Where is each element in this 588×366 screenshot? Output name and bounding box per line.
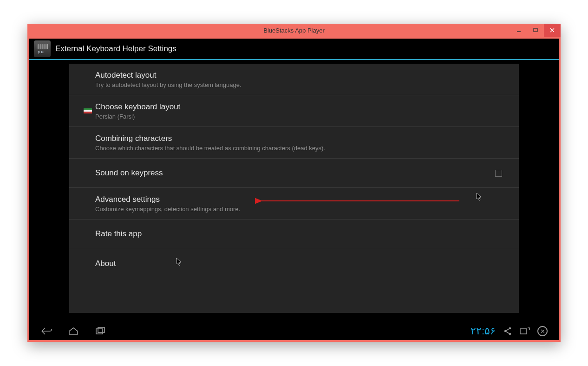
back-icon[interactable] <box>40 326 52 336</box>
window-title: BlueStacks App Player <box>263 27 325 34</box>
window-controls <box>510 24 561 37</box>
app-icon: ⚲ ⇆ <box>34 40 51 57</box>
setting-title: Autodetect layout <box>95 70 508 80</box>
svg-text:⚲ ⇆: ⚲ ⇆ <box>38 51 44 54</box>
close-button[interactable] <box>544 24 561 37</box>
svg-point-9 <box>509 327 511 329</box>
home-icon[interactable] <box>67 326 79 336</box>
setting-sound-on-keypress[interactable]: Sound on keypress <box>69 159 519 188</box>
setting-advanced-settings[interactable]: Advanced settings Customize keymappings,… <box>69 188 519 220</box>
setting-subtitle: Try to autodetect layout by using the sy… <box>95 81 508 88</box>
app-window: BlueStacks App Player ⚲ ⇆ External Keybo… <box>27 24 561 342</box>
maximize-button[interactable] <box>527 24 544 37</box>
svg-rect-1 <box>534 28 537 32</box>
setting-choose-keyboard-layout[interactable]: Choose keyboard layout Persian (Farsi) <box>69 95 519 127</box>
setting-title: Rate this app <box>95 229 508 239</box>
setting-autodetect-layout[interactable]: Autodetect layout Try to autodetect layo… <box>69 64 519 95</box>
setting-title: About <box>95 259 508 269</box>
svg-point-10 <box>509 333 511 335</box>
sound-checkbox[interactable] <box>495 170 502 177</box>
setting-title: Combining characters <box>95 133 508 144</box>
svg-rect-13 <box>520 329 527 334</box>
settings-panel: Autodetect layout Try to autodetect layo… <box>69 64 519 313</box>
client-area: ⚲ ⇆ External Keyboard Helper Settings Au… <box>27 37 561 342</box>
fullscreen-icon[interactable] <box>520 326 530 336</box>
clock: ۲۲:۵۶ <box>470 325 496 337</box>
svg-line-12 <box>506 332 509 333</box>
navigation-bar: ۲۲:۵۶ ✕ <box>29 322 559 340</box>
layout-flag-icon <box>80 108 95 113</box>
app-title: External Keyboard Helper Settings <box>55 44 176 53</box>
recent-apps-icon[interactable] <box>94 326 106 336</box>
svg-rect-7 <box>98 327 105 333</box>
iran-flag-icon <box>84 108 92 113</box>
setting-title: Choose keyboard layout <box>95 102 508 112</box>
setting-about[interactable]: About <box>69 249 519 278</box>
titlebar: BlueStacks App Player <box>27 24 561 37</box>
setting-subtitle: Persian (Farsi) <box>95 113 508 120</box>
setting-title: Advanced settings <box>95 194 508 205</box>
setting-rate-this-app[interactable]: Rate this app <box>69 220 519 249</box>
svg-line-11 <box>506 329 509 331</box>
setting-subtitle: Customize keymappings, detection setting… <box>95 206 508 213</box>
setting-subtitle: Choose which characters that should be t… <box>95 145 508 152</box>
app-header: ⚲ ⇆ External Keyboard Helper Settings <box>29 39 559 60</box>
setting-combining-characters[interactable]: Combining characters Choose which charac… <box>69 127 519 159</box>
minimize-button[interactable] <box>510 24 527 37</box>
share-icon[interactable] <box>503 326 512 336</box>
content-area: Autodetect layout Try to autodetect layo… <box>29 60 559 322</box>
svg-rect-6 <box>96 329 103 334</box>
android-frame: ⚲ ⇆ External Keyboard Helper Settings Au… <box>29 39 559 340</box>
setting-title: Sound on keypress <box>95 168 489 178</box>
close-app-icon[interactable]: ✕ <box>537 326 548 336</box>
